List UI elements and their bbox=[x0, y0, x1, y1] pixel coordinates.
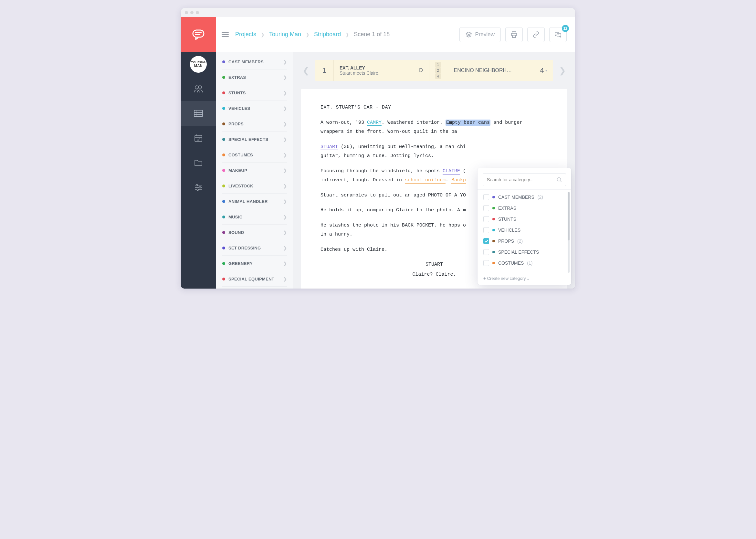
category-search[interactable] bbox=[483, 173, 566, 186]
window-dot bbox=[190, 11, 193, 14]
scrollbar-thumb[interactable] bbox=[567, 192, 569, 240]
next-scene-button[interactable]: ❯ bbox=[558, 60, 567, 81]
popover-category-item[interactable]: VEHICLES bbox=[478, 225, 571, 236]
popover-category-item[interactable]: CAST MEMBERS (2) bbox=[478, 192, 571, 202]
category-item[interactable]: SPECIAL EQUIPMENT❯ bbox=[216, 271, 293, 287]
print-button[interactable] bbox=[505, 27, 523, 42]
tag-selected-prop[interactable]: Empty beer cans bbox=[445, 119, 491, 126]
category-label: GREENERY bbox=[228, 261, 280, 266]
tag-costume[interactable]: Backp bbox=[451, 178, 466, 184]
prev-scene-button[interactable]: ❮ bbox=[301, 60, 311, 81]
checkbox-checked-icon[interactable] bbox=[483, 238, 489, 244]
scene-description: Stuart meets Claire. bbox=[340, 70, 407, 76]
scrollbar-track[interactable] bbox=[567, 192, 569, 273]
svg-rect-0 bbox=[193, 30, 204, 37]
category-item[interactable]: ANIMAL HANDLER❯ bbox=[216, 193, 293, 209]
chevron-right-icon: ❯ bbox=[283, 230, 287, 235]
rail-project-avatar[interactable]: TOURINGMAN bbox=[181, 52, 216, 77]
rail-item-calendar[interactable] bbox=[181, 126, 216, 150]
category-item[interactable]: COSTUMES❯ bbox=[216, 147, 293, 163]
create-category-button[interactable]: +Create new category... bbox=[478, 272, 571, 285]
category-label: SPECIAL EFFECTS bbox=[228, 137, 280, 142]
popover-category-label: VEHICLES bbox=[498, 227, 520, 233]
checkbox-icon[interactable] bbox=[483, 227, 489, 233]
scene-time-of-day: D bbox=[413, 60, 429, 81]
chevron-right-icon: ❯ bbox=[283, 106, 287, 111]
category-color-dot bbox=[222, 122, 225, 125]
category-item[interactable]: SET DRESSING❯ bbox=[216, 240, 293, 256]
category-color-dot bbox=[492, 251, 495, 253]
category-item[interactable]: SPECIAL EFFECTS❯ bbox=[216, 131, 293, 147]
category-color-dot bbox=[492, 240, 495, 242]
category-label: SPECIAL EQUIPMENT bbox=[228, 276, 280, 281]
category-label: ANIMAL HANDLER bbox=[228, 199, 280, 204]
category-item[interactable]: STUNTS❯ bbox=[216, 85, 293, 101]
popover-category-item[interactable]: COSTUMES (1) bbox=[478, 258, 571, 269]
chevron-right-icon: ❯ bbox=[283, 75, 287, 80]
category-item[interactable]: PROPS❯ bbox=[216, 116, 293, 131]
chevron-right-icon: ❯ bbox=[283, 184, 287, 189]
category-color-dot bbox=[492, 229, 495, 231]
chevron-right-icon: ❯ bbox=[345, 32, 349, 37]
category-item[interactable]: EXTRAS❯ bbox=[216, 69, 293, 85]
popover-category-item[interactable]: STUNTS bbox=[478, 214, 571, 225]
crumb-section[interactable]: Stripboard bbox=[314, 31, 341, 38]
svg-point-16 bbox=[199, 187, 201, 189]
comments-button[interactable]: 12 bbox=[549, 27, 567, 42]
checkbox-icon[interactable] bbox=[483, 194, 489, 200]
chevron-right-icon: ❯ bbox=[306, 32, 310, 37]
category-item[interactable]: LIVESTOCK❯ bbox=[216, 178, 293, 193]
category-color-dot bbox=[222, 200, 225, 203]
window-dot bbox=[185, 11, 188, 14]
chevron-right-icon: ❯ bbox=[261, 32, 265, 37]
popover-category-item[interactable]: SPECIAL EFFECTS bbox=[478, 247, 571, 258]
search-icon bbox=[557, 177, 562, 182]
category-list: CAST MEMBERS (2)EXTRAS STUNTS VEHICLES P… bbox=[478, 190, 571, 272]
svg-point-21 bbox=[557, 178, 561, 181]
popover-category-item[interactable]: PROPS (2) bbox=[478, 236, 571, 247]
category-item[interactable]: MAKEUP❯ bbox=[216, 163, 293, 178]
tag-character[interactable]: CLAIRE bbox=[443, 168, 460, 175]
popover-category-item[interactable]: EXTRAS bbox=[478, 202, 571, 214]
app-window: TOURINGMAN Project bbox=[181, 8, 575, 288]
category-item[interactable]: MUSIC❯ bbox=[216, 209, 293, 225]
checkbox-icon[interactable] bbox=[483, 260, 489, 266]
link-icon bbox=[532, 31, 540, 38]
category-search-input[interactable] bbox=[487, 177, 554, 182]
tag-costume[interactable]: school uniform bbox=[405, 178, 445, 184]
crumb-project[interactable]: Touring Man bbox=[269, 31, 301, 38]
checkbox-icon[interactable] bbox=[483, 205, 489, 211]
category-color-dot bbox=[222, 76, 225, 79]
nav-rail: TOURINGMAN bbox=[181, 17, 216, 288]
checkbox-icon[interactable] bbox=[483, 216, 489, 222]
category-item[interactable]: SOUND❯ bbox=[216, 225, 293, 240]
preview-label: Preview bbox=[475, 31, 494, 38]
script-action: A worn-out, '93 CAMRY. Weathered interio… bbox=[321, 118, 548, 137]
comments-badge: 12 bbox=[562, 25, 569, 32]
stripboard-icon bbox=[194, 110, 203, 117]
scene-pages[interactable]: 4▾ bbox=[534, 60, 553, 81]
rail-item-people[interactable] bbox=[181, 77, 216, 101]
category-label: SOUND bbox=[228, 230, 280, 235]
tag-character[interactable]: STUART bbox=[321, 144, 338, 150]
category-color-dot bbox=[222, 153, 225, 156]
rail-item-settings[interactable] bbox=[181, 175, 216, 199]
scene-card[interactable]: 1 EXT. ALLEY Stuart meets Claire. D 124 … bbox=[315, 60, 553, 81]
hamburger-icon[interactable] bbox=[222, 32, 229, 37]
popover-category-label: CAST MEMBERS bbox=[498, 194, 534, 200]
checkbox-icon[interactable] bbox=[483, 249, 489, 255]
category-item[interactable]: CAST MEMBERS❯ bbox=[216, 54, 293, 69]
cast-id-chip: 2 bbox=[435, 67, 441, 73]
rail-item-files[interactable] bbox=[181, 150, 216, 175]
preview-button[interactable]: Preview bbox=[459, 27, 501, 42]
rail-item-stripboard[interactable] bbox=[181, 101, 216, 126]
popover-category-label: EXTRAS bbox=[498, 205, 516, 211]
crumb-projects[interactable]: Projects bbox=[235, 31, 256, 38]
share-link-button[interactable] bbox=[527, 27, 545, 42]
app-logo[interactable] bbox=[181, 17, 216, 52]
category-label: PROPS bbox=[228, 121, 280, 126]
category-item[interactable]: VEHICLES❯ bbox=[216, 101, 293, 116]
category-color-dot bbox=[222, 138, 225, 141]
category-item[interactable]: GREENERY❯ bbox=[216, 256, 293, 271]
tag-vehicle[interactable]: CAMRY bbox=[367, 120, 382, 126]
